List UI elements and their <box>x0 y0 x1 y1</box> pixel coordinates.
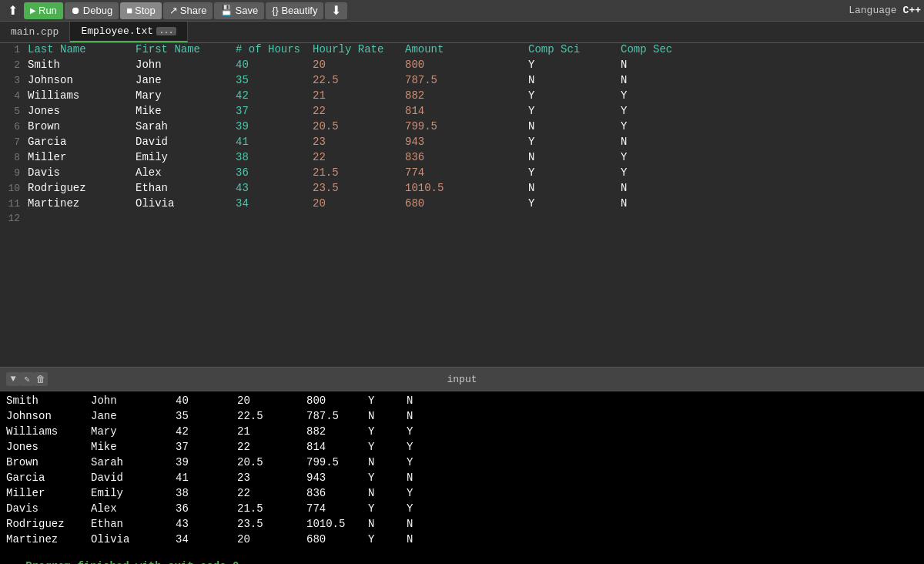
output-row-2: Johnson Jane 35 22.5 787.5 N N <box>6 410 918 425</box>
play-icon: ▶ <box>30 6 36 15</box>
tab-badge: ... <box>156 27 176 35</box>
finish-message: ...Program finished with exit code 0 <box>0 557 924 564</box>
output-row-3: Williams Mary 42 21 882 Y Y <box>6 425 918 441</box>
output-data-rows: Smith John 40 20 800 Y N Johnson Jane 35… <box>6 394 918 549</box>
output-row-6: Garcia David 41 23 943 Y N <box>6 472 918 487</box>
editor-line-8: 8 Miller Emily 38 22 836 N Y <box>0 151 924 166</box>
editor-line-11: 11 Martinez Olivia 34 20 680 Y N <box>0 197 924 213</box>
editor-data-rows: 2 Smith John 40 20 800 Y N 3 Johnson Jan… <box>0 59 924 213</box>
editor-line-9: 9 Davis Alex 36 21.5 774 Y Y <box>0 166 924 182</box>
tab-main[interactable]: main.cpp <box>0 22 70 42</box>
editor-area: 1 Last Name First Name # of Hours Hourly… <box>0 43 924 367</box>
toolbar: ⬆ ▶ Run ⏺ Debug ■ Stop ↗ Share 💾 Save {}… <box>0 0 924 22</box>
debug-icon: ⏺ <box>71 5 81 16</box>
clear-button[interactable]: 🗑 <box>34 372 48 386</box>
stop-icon: ■ <box>126 5 132 16</box>
collapse-button[interactable]: ▼ <box>6 372 20 386</box>
output-row-4: Jones Mike 37 22 814 Y Y <box>6 441 918 456</box>
output-row-7: Miller Emily 38 22 836 N Y <box>6 487 918 502</box>
upload-button[interactable]: ⬆ <box>3 2 22 19</box>
editor-line-3: 3 Johnson Jane 35 22.5 787.5 N N <box>0 74 924 89</box>
output-row-9: Rodriguez Ethan 43 23.5 1010.5 N N <box>6 518 918 533</box>
output-row-5: Brown Sarah 39 20.5 799.5 N Y <box>6 456 918 472</box>
save-icon: 💾 <box>220 5 233 16</box>
input-panel-label: input <box>447 374 477 385</box>
share-icon: ↗ <box>169 5 178 16</box>
debug-button[interactable]: ⏺ Debug <box>65 2 119 19</box>
editor-line-10: 10 Rodriguez Ethan 43 23.5 1010.5 N N <box>0 182 924 197</box>
run-button[interactable]: ▶ Run <box>24 2 63 19</box>
editor-line-7: 7 Garcia David 41 23 943 Y N <box>0 136 924 151</box>
tab-employee[interactable]: Employee.txt ... <box>70 22 188 42</box>
output-row-1: Smith John 40 20 800 Y N <box>6 394 918 410</box>
editor-line-1: 1 Last Name First Name # of Hours Hourly… <box>0 43 924 59</box>
editor-line-12: 12 <box>0 213 924 228</box>
output-row-8: Davis Alex 36 21.5 774 Y Y <box>6 502 918 518</box>
share-button[interactable]: ↗ Share <box>163 2 213 19</box>
save-button[interactable]: 💾 Save <box>214 2 264 19</box>
beautify-button[interactable]: {} Beautify <box>266 2 323 19</box>
editor-line-2: 2 Smith John 40 20 800 Y N <box>0 59 924 74</box>
download-button[interactable]: ⬇ <box>325 2 347 19</box>
editor-line-5: 5 Jones Mike 37 22 814 Y Y <box>0 105 924 120</box>
output-row-10: Martinez Olivia 34 20 680 Y N <box>6 533 918 549</box>
language-selector: Language C++ <box>849 5 921 16</box>
edit-button[interactable]: ✎ <box>20 372 34 386</box>
tabbar: main.cpp Employee.txt ... <box>0 22 924 43</box>
stop-button[interactable]: ■ Stop <box>120 2 162 19</box>
output-area: Smith John 40 20 800 Y N Johnson Jane 35… <box>0 391 924 557</box>
output-divider: ▼ ✎ 🗑 input <box>0 367 924 391</box>
editor-line-6: 6 Brown Sarah 39 20.5 799.5 N Y <box>0 120 924 136</box>
editor-line-4: 4 Williams Mary 42 21 882 Y Y <box>0 89 924 105</box>
